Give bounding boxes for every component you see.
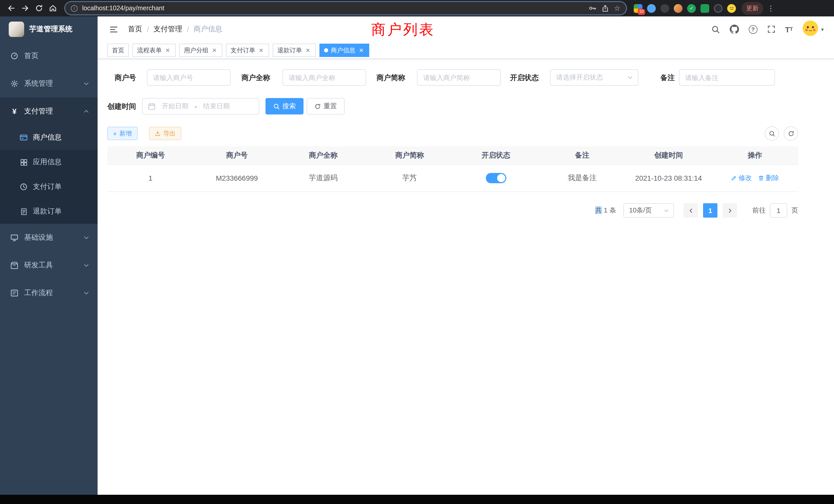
sidebar-item-dev-tools[interactable]: 研发工具 [0, 251, 97, 279]
sidebar-item-infrastructure[interactable]: 基础设施 [0, 224, 97, 251]
page-number-button[interactable]: 1 [703, 203, 718, 217]
close-icon[interactable]: ✕ [305, 47, 311, 54]
tab-user-group[interactable]: 用户分组✕ [179, 44, 222, 57]
browser-forward-icon[interactable] [19, 2, 31, 14]
close-icon[interactable]: ✕ [211, 47, 218, 54]
extension-icon-avatar[interactable] [674, 4, 682, 13]
search-button[interactable]: 搜索 [265, 98, 304, 114]
app-title: 芋道管理系统 [29, 25, 72, 34]
menu-label-payment: 支付管理 [24, 107, 53, 116]
refresh-table-button[interactable] [784, 126, 798, 141]
submenu-label-payment-orders: 支付订单 [33, 182, 62, 191]
close-icon[interactable]: ✕ [164, 47, 171, 54]
filter-label-remark: 备注 [660, 69, 675, 86]
extension-icon-green-square[interactable] [701, 4, 709, 13]
close-icon[interactable]: ✕ [258, 47, 264, 54]
sidebar-item-payment[interactable]: ¥ 支付管理 [0, 97, 97, 125]
tab-payment-orders[interactable]: 支付订单✕ [226, 44, 269, 57]
toggle-search-button[interactable] [765, 126, 779, 141]
reset-button[interactable]: 重置 [307, 98, 345, 114]
chevron-down-icon [83, 262, 89, 269]
extension-icon-dark[interactable] [660, 4, 669, 13]
end-date-placeholder: 结束日期 [201, 101, 232, 111]
prev-page-button[interactable] [683, 203, 698, 217]
fullscreen-icon[interactable] [767, 25, 775, 33]
browser-menu-icon[interactable]: ⋮ [767, 4, 774, 12]
sidebar-item-system[interactable]: 系统管理 [0, 70, 97, 97]
sidebar-item-workflow[interactable]: 工作流程 [0, 279, 97, 307]
next-page-button[interactable] [723, 203, 737, 217]
tab-merchant-info[interactable]: 商户信息✕ [320, 44, 369, 57]
submenu-label-refund-orders: 退款订单 [33, 207, 62, 216]
cell-short-name: 芋艿 [367, 174, 453, 183]
status-select[interactable]: 请选择开启状态 [550, 69, 638, 86]
calendar-icon [148, 102, 156, 110]
site-info-icon[interactable]: i [71, 5, 78, 12]
sidebar-item-refund-orders[interactable]: 退款订单 [0, 199, 97, 224]
date-range-picker[interactable]: 开始日期 - 结束日期 [142, 98, 259, 114]
browser-reload-icon[interactable] [33, 2, 45, 14]
top-navbar: 首页 / 支付管理 / 商户信息 商户列表 ? TT ▾ [97, 17, 834, 42]
extension-icon-pinwheel[interactable] [714, 4, 723, 13]
breadcrumb-separator: / [147, 25, 149, 33]
chevron-up-icon [83, 108, 89, 114]
menu-label-infrastructure: 基础设施 [24, 233, 53, 242]
annotation-merchant-list: 商户列表 [371, 20, 435, 40]
status-toggle[interactable] [486, 173, 506, 183]
tab-process-form[interactable]: 流程表单✕ [132, 44, 176, 57]
sidebar-item-payment-orders[interactable]: 支付订单 [0, 175, 97, 199]
extension-icon-blue-drop[interactable] [647, 4, 656, 13]
export-button[interactable]: 导出 [149, 127, 181, 140]
extension-icon-green-check[interactable]: ✓ [687, 4, 696, 13]
cell-merchant-no: M233666999 [194, 174, 280, 182]
col-header-create-time: 创建时间 [626, 151, 712, 160]
browser-back-icon[interactable] [5, 2, 18, 14]
cell-full-name: 芋道源码 [280, 174, 367, 183]
goto-label: 前往 [752, 206, 766, 215]
share-icon[interactable] [601, 4, 609, 12]
short-name-input[interactable] [417, 69, 501, 86]
help-icon[interactable]: ? [748, 25, 757, 33]
sidebar-item-merchant-info[interactable]: 商户信息 [0, 125, 97, 150]
remark-input[interactable] [679, 69, 775, 86]
breadcrumb-payment[interactable]: 支付管理 [154, 25, 182, 34]
sidebar-item-home[interactable]: 首页 [0, 42, 97, 70]
card-icon [20, 134, 28, 142]
delete-button[interactable]: 删除 [758, 174, 779, 183]
tab-home[interactable]: 首页 [107, 44, 129, 57]
full-name-input[interactable] [282, 69, 366, 86]
extension-icon-emoji[interactable] [727, 4, 736, 13]
browser-home-icon[interactable] [47, 2, 59, 14]
cell-id: 1 [107, 174, 194, 182]
user-avatar-menu[interactable]: ▾ [803, 21, 824, 38]
avatar [803, 21, 818, 38]
grid-icon [20, 158, 28, 166]
goto-page-input[interactable] [770, 203, 787, 217]
tab-refund-orders[interactable]: 退款订单✕ [273, 44, 316, 57]
edit-button[interactable]: 修改 [731, 174, 752, 183]
close-icon[interactable]: ✕ [358, 47, 365, 54]
extension-icon-colorful[interactable]: 10 [634, 4, 642, 13]
password-key-icon[interactable] [589, 4, 597, 12]
github-icon[interactable] [729, 25, 739, 34]
sidebar-toggle-icon[interactable] [103, 25, 125, 33]
document-icon [20, 207, 28, 215]
pencil-icon [731, 175, 737, 181]
merchant-no-input[interactable] [147, 69, 231, 86]
app-logo[interactable]: 芋道管理系统 [0, 17, 97, 42]
page-size-select[interactable]: 10条/页 [623, 203, 674, 217]
browser-address-bar[interactable]: i localhost:1024/pay/merchant ☆ [65, 2, 626, 14]
add-button[interactable]: + 新增 [107, 127, 137, 140]
main-area: 首页 / 支付管理 / 商户信息 商户列表 ? TT ▾ [97, 17, 834, 495]
start-date-placeholder: 开始日期 [160, 101, 191, 111]
browser-update-button[interactable]: 更新 [742, 2, 763, 15]
col-header-full-name: 商户全称 [280, 151, 367, 160]
search-icon[interactable] [711, 25, 720, 33]
breadcrumb-current: 商户信息 [194, 25, 222, 34]
sidebar-item-app-info[interactable]: 应用信息 [0, 150, 97, 175]
bookmark-star-icon[interactable]: ☆ [614, 4, 620, 12]
font-size-icon[interactable]: TT [785, 25, 793, 33]
breadcrumb-home[interactable]: 首页 [128, 25, 142, 34]
tags-view-bar: 首页 流程表单✕ 用户分组✕ 支付订单✕ 退款订单✕ 商户信息✕ [97, 42, 834, 59]
active-dot [324, 48, 328, 52]
